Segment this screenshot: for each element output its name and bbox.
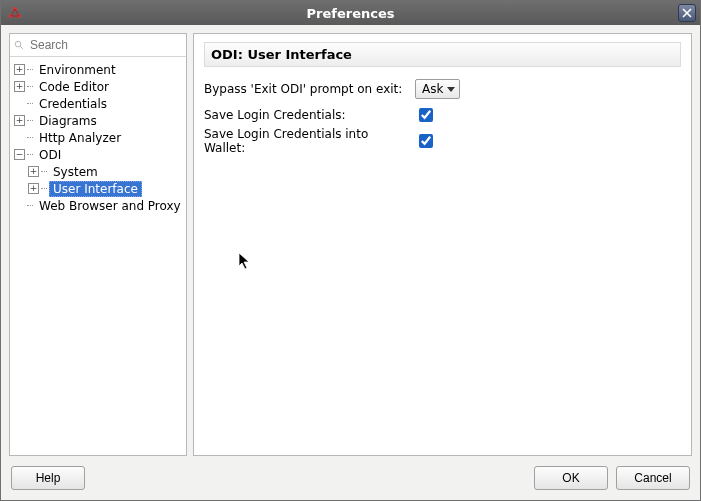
dialog-content: +Environment +Code Editor Credentials +D… bbox=[1, 25, 700, 500]
row-save-login-credentials: Save Login Credentials: bbox=[204, 103, 681, 127]
dropdown-value: Ask bbox=[422, 82, 443, 96]
label-save-credentials: Save Login Credentials: bbox=[204, 108, 409, 122]
save-wallet-checkbox[interactable] bbox=[419, 134, 433, 148]
help-button[interactable]: Help bbox=[11, 466, 85, 490]
tree-item-http-analyzer[interactable]: Http Analyzer bbox=[14, 129, 184, 146]
svg-line-4 bbox=[20, 46, 23, 49]
save-credentials-checkbox[interactable] bbox=[419, 108, 433, 122]
preferences-dialog: Preferences +Environment +Code Editor Cr… bbox=[0, 0, 701, 501]
ok-button[interactable]: OK bbox=[534, 466, 608, 490]
tree-item-environment[interactable]: +Environment bbox=[14, 61, 184, 78]
expand-icon[interactable]: + bbox=[28, 183, 39, 194]
row-save-credentials-wallet: Save Login Credentials into Wallet: bbox=[204, 129, 681, 153]
tree-item-user-interface[interactable]: +User Interface bbox=[28, 180, 184, 197]
bypass-exit-dropdown[interactable]: Ask bbox=[415, 79, 460, 99]
tree-item-code-editor[interactable]: +Code Editor bbox=[14, 78, 184, 95]
app-icon bbox=[7, 5, 23, 21]
collapse-icon[interactable]: − bbox=[14, 149, 25, 160]
search-icon bbox=[14, 38, 24, 52]
tree-item-system[interactable]: +System bbox=[28, 163, 184, 180]
expand-icon[interactable]: + bbox=[28, 166, 39, 177]
cancel-button[interactable]: Cancel bbox=[616, 466, 690, 490]
expand-icon[interactable]: + bbox=[14, 81, 25, 92]
label-save-wallet: Save Login Credentials into Wallet: bbox=[204, 127, 409, 155]
search-input[interactable] bbox=[28, 37, 182, 53]
settings-panel: ODI: User Interface Bypass 'Exit ODI' pr… bbox=[193, 33, 692, 456]
titlebar: Preferences bbox=[1, 1, 700, 25]
tree-item-diagrams[interactable]: +Diagrams bbox=[14, 112, 184, 129]
tree-item-odi[interactable]: −ODI bbox=[14, 146, 184, 163]
tree-item-web-browser-proxy[interactable]: Web Browser and Proxy bbox=[14, 197, 184, 214]
row-bypass-exit-prompt: Bypass 'Exit ODI' prompt on exit: Ask bbox=[204, 77, 681, 101]
tree-item-credentials[interactable]: Credentials bbox=[14, 95, 184, 112]
panel-title: ODI: User Interface bbox=[204, 42, 681, 67]
panes: +Environment +Code Editor Credentials +D… bbox=[9, 33, 692, 456]
expand-icon[interactable]: + bbox=[14, 64, 25, 75]
dialog-button-bar: Help OK Cancel bbox=[9, 462, 692, 492]
label-bypass-exit: Bypass 'Exit ODI' prompt on exit: bbox=[204, 82, 409, 96]
chevron-down-icon bbox=[447, 87, 455, 92]
expand-icon[interactable]: + bbox=[14, 115, 25, 126]
category-tree[interactable]: +Environment +Code Editor Credentials +D… bbox=[10, 57, 186, 455]
close-button[interactable] bbox=[678, 4, 696, 22]
window-title: Preferences bbox=[1, 6, 700, 21]
category-tree-pane: +Environment +Code Editor Credentials +D… bbox=[9, 33, 187, 456]
search-field-wrap bbox=[10, 34, 186, 57]
svg-point-3 bbox=[15, 41, 21, 47]
